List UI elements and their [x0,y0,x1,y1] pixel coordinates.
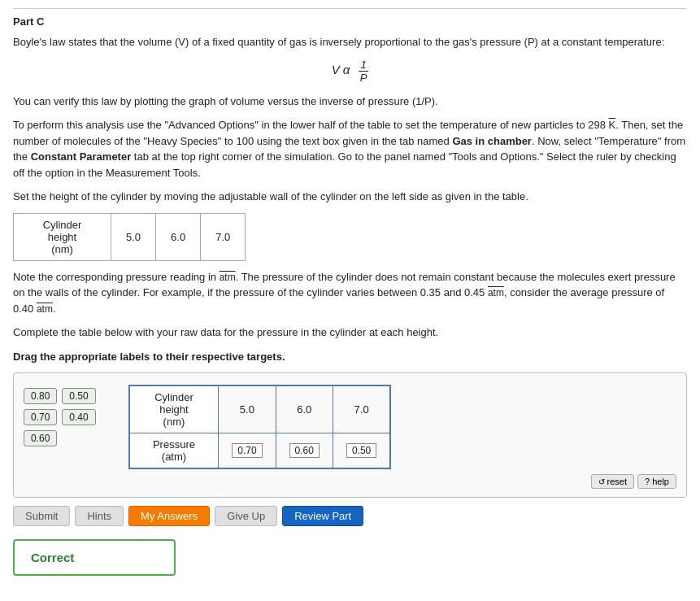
cylinder-val-1: 5.0 [111,213,156,260]
my-answers-button[interactable]: My Answers [128,506,210,526]
drop-box-3[interactable]: 0.50 [333,433,390,469]
label-0-40[interactable]: 0.40 [62,409,95,425]
give-up-button[interactable]: Give Up [215,506,277,526]
drag-table-wrap: Cylinder height(nm) 5.0 6.0 7.0 Pressure… [128,385,676,489]
drag-table-height-val1: 5.0 [219,385,276,433]
set-height-text: Set the height of the cylinder by moving… [13,189,687,205]
reset-icon: ↺ [598,477,605,486]
cylinder-val-2: 6.0 [156,213,201,260]
bottom-buttons: Submit Hints My Answers Give Up Review P… [13,506,687,526]
drag-table-row-height: Cylinder height(nm) 5.0 6.0 7.0 [129,385,391,433]
drag-table-height-label: Cylinder height(nm) [129,385,219,433]
drag-instruction: Drag the appropriate labels to their res… [13,349,687,365]
cylinder-val-3: 7.0 [201,213,246,260]
drop-box-1[interactable]: 0.70 [219,433,276,469]
formula-block: V α 1 P [13,59,687,84]
cylinder-height-table: Cylinder height(nm) 5.0 6.0 7.0 [13,213,246,261]
help-button[interactable]: ? help [637,474,676,489]
label-0-80[interactable]: 0.80 [24,388,57,404]
hints-button[interactable]: Hints [75,506,124,526]
instructions-text: To perform this analysis use the "Advanc… [13,117,687,181]
verify-text: You can verify this law by plotting the … [13,94,687,110]
reset-button[interactable]: ↺ reset [591,474,634,489]
review-part-button[interactable]: Review Part [282,506,363,526]
note-text: Note the corresponding pressure reading … [13,269,687,317]
submit-button[interactable]: Submit [13,506,70,526]
labels-column: 0.80 0.50 0.70 0.40 0.60 [24,388,96,446]
correct-label: Correct [31,551,74,564]
correct-box: Correct [13,539,176,576]
part-title: Part C [13,8,687,28]
drag-table-height-val2: 6.0 [276,385,333,433]
drag-table-pressure-label: Pressure(atm) [129,433,219,469]
cylinder-height-header: Cylinder height(nm) [14,213,111,260]
boyles-law-text: Boyle's law states that the volume (V) o… [13,34,687,50]
drag-table-row-pressure: Pressure(atm) 0.70 0.60 0.50 [129,433,391,469]
label-0-60[interactable]: 0.60 [24,430,57,446]
label-0-50[interactable]: 0.50 [62,388,95,404]
drag-table-height-val3: 7.0 [333,385,390,433]
label-pair-3: 0.60 [24,430,96,446]
reset-help-row: ↺ reset ? help [128,474,676,489]
label-0-70[interactable]: 0.70 [24,409,57,425]
drag-area: 0.80 0.50 0.70 0.40 0.60 Cylinder height… [13,372,687,498]
label-pair-2: 0.70 0.40 [24,409,96,425]
complete-text: Complete the table below with your raw d… [13,324,687,341]
label-pair-1: 0.80 0.50 [24,388,96,404]
drag-table: Cylinder height(nm) 5.0 6.0 7.0 Pressure… [128,385,392,469]
drop-box-2[interactable]: 0.60 [276,433,333,469]
